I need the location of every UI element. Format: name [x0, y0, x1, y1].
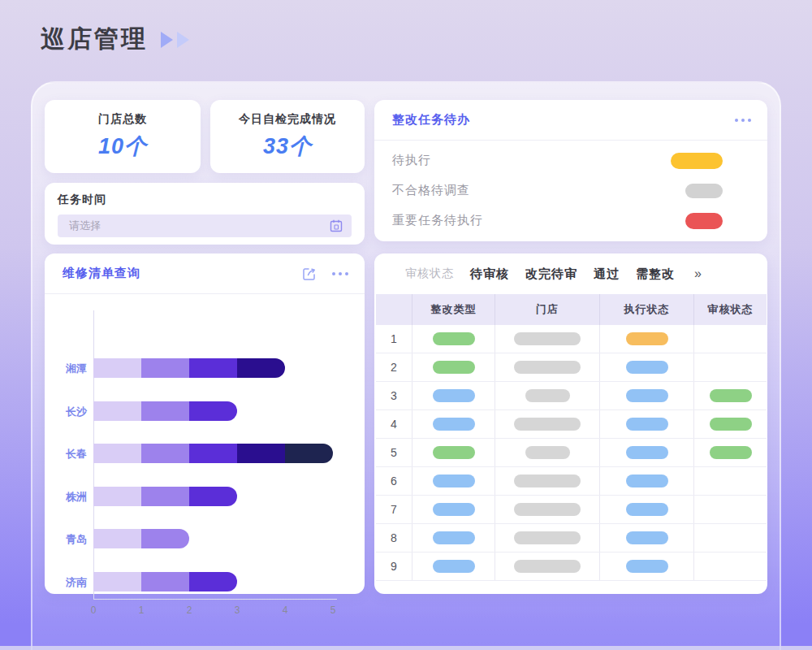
- status-pill: [433, 418, 475, 431]
- bar-segment: [93, 572, 141, 592]
- bar-segment: [237, 358, 285, 378]
- more-options-icon[interactable]: [735, 119, 751, 122]
- todo-status-pill: [685, 213, 723, 229]
- table-row[interactable]: 1: [376, 325, 767, 353]
- task-time-date-input[interactable]: 请选择: [58, 214, 352, 237]
- exec-status-cell: [600, 524, 694, 552]
- bar-segment: [237, 444, 285, 463]
- table-row[interactable]: 4: [376, 410, 767, 439]
- chart-x-tick-label: 0: [81, 604, 106, 616]
- repair-card-title: 维修清单查询: [63, 266, 140, 281]
- chart-category-label: 湘潭: [45, 362, 87, 376]
- store-cell: [495, 467, 600, 495]
- rectify-todo-card: 整改任务待办 待执行不合格待调查重要任务待执行: [374, 100, 767, 241]
- table-column-header: 审核状态: [694, 294, 767, 325]
- export-icon[interactable]: [301, 266, 317, 282]
- audit-filter-label: 审核状态: [405, 266, 454, 281]
- store-cell: [495, 552, 600, 580]
- status-pill: [710, 446, 752, 459]
- table-column-header: 整改类型: [412, 294, 495, 325]
- status-pill: [626, 531, 668, 544]
- todo-item[interactable]: 重要任务待执行: [392, 206, 723, 236]
- page-header: 巡店管理: [41, 23, 189, 56]
- bar-segment: [189, 401, 237, 421]
- tabs-overflow-icon[interactable]: »: [694, 266, 702, 281]
- row-index: 3: [376, 382, 412, 410]
- table-row[interactable]: 2: [376, 353, 767, 382]
- date-input-placeholder: 请选择: [69, 219, 101, 233]
- audit-status-cell: [694, 382, 767, 410]
- audit-tab[interactable]: 改完待审: [525, 266, 577, 282]
- table-row[interactable]: 7: [376, 496, 767, 524]
- table-row[interactable]: 9: [376, 552, 767, 581]
- todo-card-header: 整改任务待办: [374, 100, 767, 141]
- bar-segment: [141, 444, 189, 463]
- audit-tab[interactable]: 通过: [594, 266, 620, 282]
- bar-segment: [141, 358, 189, 378]
- chart-category-label: 长春: [45, 447, 87, 462]
- status-pill: [626, 418, 668, 431]
- stat-label: 门店总数: [98, 112, 147, 127]
- chart-category-label: 株洲: [45, 490, 87, 505]
- stat-label: 今日自检完成情况: [239, 112, 336, 127]
- repair-list-card: 维修清单查询 湘潭长沙长春株洲青岛济南012345: [45, 254, 365, 594]
- rectify-type-cell: [412, 382, 495, 410]
- bar-segment: [141, 487, 189, 506]
- todo-item[interactable]: 不合格待调查: [392, 176, 723, 206]
- row-index: 1: [376, 325, 412, 353]
- audit-tab-bar: 审核状态 待审核改完待审通过需整改»: [374, 254, 767, 294]
- more-options-icon[interactable]: [332, 272, 348, 275]
- todo-card-title: 整改任务待办: [392, 112, 470, 128]
- status-pill: [514, 503, 581, 516]
- audit-tab[interactable]: 需整改: [636, 266, 675, 282]
- bar-segment: [93, 401, 141, 421]
- todo-item-label: 重要任务待执行: [392, 213, 483, 228]
- bar-segment: [93, 444, 141, 463]
- chart-x-tick-label: 2: [177, 604, 201, 616]
- table-row[interactable]: 3: [376, 382, 767, 410]
- repair-bar-chart: 湘潭长沙长春株洲青岛济南012345: [45, 294, 365, 594]
- todo-item-label: 不合格待调查: [392, 183, 470, 198]
- exec-status-cell: [600, 439, 694, 466]
- row-index: 8: [376, 524, 412, 552]
- exec-status-cell: [600, 467, 694, 495]
- status-pill: [514, 474, 581, 488]
- triangle-icon: [177, 32, 189, 48]
- chart-category-label: 济南: [45, 575, 87, 590]
- audit-status-card: 审核状态 待审核改完待审通过需整改» 整改类型门店执行状态审核状态 123456…: [374, 254, 767, 594]
- store-cell: [495, 382, 600, 410]
- audit-status-cell: [694, 524, 767, 552]
- chart-category-label: 青岛: [45, 532, 87, 547]
- bar-segment: [189, 572, 237, 592]
- audit-table: 整改类型门店执行状态审核状态 123456789: [376, 294, 767, 581]
- rectify-type-cell: [412, 439, 495, 466]
- row-index: 9: [376, 552, 412, 580]
- todo-item-label: 待执行: [392, 153, 431, 168]
- table-row[interactable]: 5: [376, 439, 767, 467]
- rectify-type-cell: [412, 467, 495, 495]
- row-index: 7: [376, 496, 412, 523]
- chart-x-axis: [93, 599, 337, 600]
- bar-segment: [285, 444, 333, 463]
- status-pill: [710, 418, 752, 431]
- status-pill: [525, 389, 570, 402]
- bar-segment: [141, 572, 189, 592]
- exec-status-cell: [600, 382, 694, 410]
- calendar-icon[interactable]: [329, 219, 343, 233]
- bar-segment: [141, 529, 189, 548]
- rectify-type-cell: [412, 496, 495, 523]
- rectify-type-cell: [412, 524, 495, 552]
- rectify-type-cell: [412, 552, 495, 580]
- table-row[interactable]: 8: [376, 524, 767, 552]
- status-pill: [433, 446, 475, 459]
- bar-segment: [189, 487, 237, 506]
- store-cell: [495, 410, 600, 438]
- audit-tab[interactable]: 待审核: [470, 266, 509, 282]
- audit-status-cell: [694, 496, 767, 523]
- triangle-icon: [161, 32, 173, 48]
- todo-item[interactable]: 待执行: [392, 145, 723, 176]
- table-row[interactable]: 6: [376, 467, 767, 496]
- exec-status-cell: [600, 552, 694, 580]
- bar-segment: [93, 529, 141, 548]
- exec-status-cell: [600, 325, 694, 353]
